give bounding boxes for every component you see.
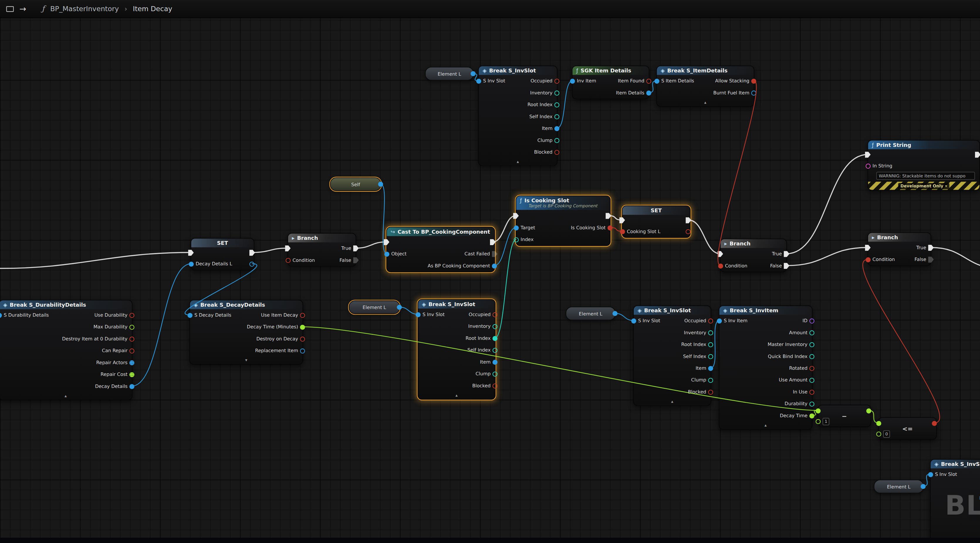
repair-cost-pin[interactable] <box>129 372 134 377</box>
self-index-pin[interactable] <box>493 348 498 352</box>
s-inv-slot-pin[interactable] <box>476 78 481 83</box>
condition-pin[interactable] <box>865 257 870 262</box>
node-header[interactable]: ◈Break S_InvSlot <box>418 300 495 308</box>
exec-in-pin[interactable] <box>188 249 194 256</box>
expand-advanced-chevron[interactable]: ▴ <box>719 422 812 429</box>
graph-canvas[interactable]: BLU Element L◈Break S_InvSlotS Inv SlotO… <box>0 0 980 543</box>
chevron-down-icon[interactable]: ▾ <box>945 184 947 188</box>
node-header[interactable]: ◈Break S_InvSlot <box>479 66 557 75</box>
allow-stacking-pin[interactable] <box>751 78 756 83</box>
condition-pin[interactable] <box>285 258 291 263</box>
rotated-pin[interactable] <box>809 366 814 371</box>
node-header[interactable]: ƒSGK Item Details <box>573 66 649 75</box>
expand-advanced-chevron[interactable]: ▴ <box>657 99 754 106</box>
exec-in-pin[interactable] <box>384 239 389 245</box>
inventory-pin[interactable] <box>708 330 713 335</box>
a-pin[interactable] <box>876 421 881 426</box>
repair-actors-pin[interactable] <box>129 360 134 365</box>
root-index-pin[interactable] <box>708 342 713 347</box>
node-header[interactable]: ƒPrint String <box>868 140 979 149</box>
break-decay[interactable]: ◈Break S_DecayDetailsS Decay DetailsUse … <box>189 300 303 365</box>
blocked-pin[interactable] <box>493 383 498 388</box>
exec-out-pin[interactable] <box>686 217 691 223</box>
s-durability-details-pin[interactable] <box>0 313 2 318</box>
inv-item-pin[interactable] <box>570 78 575 83</box>
print-string[interactable]: ƒPrint StringIn StringWARNNIG: Stackable… <box>868 140 980 191</box>
node-header[interactable]: ▸Branch <box>868 233 931 242</box>
occupied-pin[interactable] <box>708 318 713 323</box>
math-subtract[interactable]: 1− <box>818 405 871 427</box>
out-pin[interactable] <box>932 421 937 426</box>
max-durability-pin[interactable] <box>129 325 134 330</box>
durability-pin[interactable] <box>809 402 814 406</box>
root-index-pin[interactable] <box>493 336 498 341</box>
varout-pin[interactable] <box>250 261 255 266</box>
expand-advanced-chevron[interactable]: ▴ <box>634 398 711 405</box>
node-header[interactable]: ▸Branch <box>288 234 356 243</box>
in-use-pin[interactable] <box>809 389 814 394</box>
decay-details-l-pin[interactable] <box>189 261 194 266</box>
node-header[interactable]: ↪Cast To BP_CookingComponent <box>387 227 495 236</box>
literal-value[interactable]: 0 <box>883 430 890 438</box>
element-l-pin[interactable] <box>397 305 402 310</box>
in-string-field[interactable]: WARNNIG: Stackable items do not suppo <box>876 172 975 180</box>
s-decay-details-pin[interactable] <box>188 313 192 318</box>
cast-cooking[interactable]: ↪Cast To BP_CookingComponentObjectCast F… <box>386 227 495 272</box>
math-compare[interactable]: 0<= <box>878 417 937 440</box>
target-pin[interactable] <box>514 225 519 230</box>
true-pin[interactable] <box>928 245 934 251</box>
set-cooking[interactable]: SETCooking Slot L <box>622 206 690 238</box>
inventory-pin[interactable] <box>554 90 559 95</box>
object-pin[interactable] <box>384 251 389 256</box>
break-invitem[interactable]: ◈Break S_InvItemS Inv ItemIDAmountMaster… <box>719 305 813 430</box>
item-details-pin[interactable] <box>646 90 651 95</box>
burnt-fuel-item-pin[interactable] <box>751 90 756 95</box>
cooking-slot-l-pin[interactable] <box>620 229 625 234</box>
node-header[interactable]: ◈Break S_InvItem <box>719 306 812 315</box>
s-inv-slot-pin[interactable] <box>631 318 636 323</box>
master-inventory-pin[interactable] <box>809 342 814 347</box>
id-pin[interactable] <box>809 318 814 323</box>
branch-left[interactable]: ▸BranchTrueConditionFalse <box>288 233 356 267</box>
index-pin[interactable] <box>514 237 519 242</box>
node-header[interactable]: ◈Break S_InvSlot <box>931 460 980 468</box>
exec-in-pin[interactable] <box>865 245 870 251</box>
true-pin[interactable] <box>353 245 359 251</box>
node-header[interactable]: ◈Break S_DurabilityDetails <box>0 300 132 309</box>
set-decay[interactable]: SETDecay Details L <box>191 238 255 271</box>
window-menu-icon[interactable] <box>6 6 14 11</box>
s-inv-slot-pin[interactable] <box>928 472 933 477</box>
item-found-pin[interactable] <box>646 78 651 83</box>
true-pin[interactable] <box>784 251 789 257</box>
is-cooking-slot[interactable]: ƒIs Cooking SlotTarget is BP Cooking Com… <box>515 195 611 246</box>
exec-in-pin[interactable] <box>718 251 723 257</box>
decay-time-minutes-pin[interactable] <box>300 325 305 330</box>
self-index-pin[interactable] <box>708 354 713 359</box>
decay-details-pin[interactable] <box>129 384 134 389</box>
occupied-pin[interactable] <box>493 312 498 317</box>
s-inv-item-pin[interactable] <box>717 318 722 323</box>
break-invslot-mid[interactable]: ◈Break S_InvSlotS Inv SlotOccupiedInvent… <box>633 305 711 406</box>
can-repair-pin[interactable] <box>129 348 134 353</box>
blocked-pin[interactable] <box>554 149 559 154</box>
node-header[interactable]: ◈Break S_DecayDetails <box>190 300 302 309</box>
inventory-pin[interactable] <box>493 324 498 329</box>
element-pill-2[interactable]: Element L <box>349 300 400 314</box>
data-pin[interactable] <box>876 431 881 436</box>
varout-pin[interactable] <box>686 229 691 234</box>
node-header[interactable]: SET <box>623 206 690 215</box>
node-header[interactable]: ◈Break S_ItemDetails <box>657 66 754 75</box>
exec-in-pin[interactable] <box>285 245 291 251</box>
amount-pin[interactable] <box>809 330 814 335</box>
element-l-pin[interactable] <box>921 484 926 489</box>
breadcrumb-graph[interactable]: Item Decay <box>133 5 172 13</box>
break-itemdetails[interactable]: ◈Break S_ItemDetailsS Item DetailsAllow … <box>656 66 754 107</box>
node-header[interactable]: SET <box>191 239 254 248</box>
destroy-item-at-0-durability-pin[interactable] <box>129 336 134 341</box>
out-pin[interactable] <box>866 408 871 413</box>
expand-advanced-chevron[interactable]: ▴ <box>418 392 495 399</box>
sgk-item-details[interactable]: ƒSGK Item DetailsInv ItemItem FoundItem … <box>572 66 649 99</box>
exec-in-pin[interactable] <box>865 152 870 158</box>
breadcrumb-blueprint[interactable]: BP_MasterInventory <box>50 5 119 13</box>
element-pill-1[interactable]: Element L <box>425 67 474 81</box>
